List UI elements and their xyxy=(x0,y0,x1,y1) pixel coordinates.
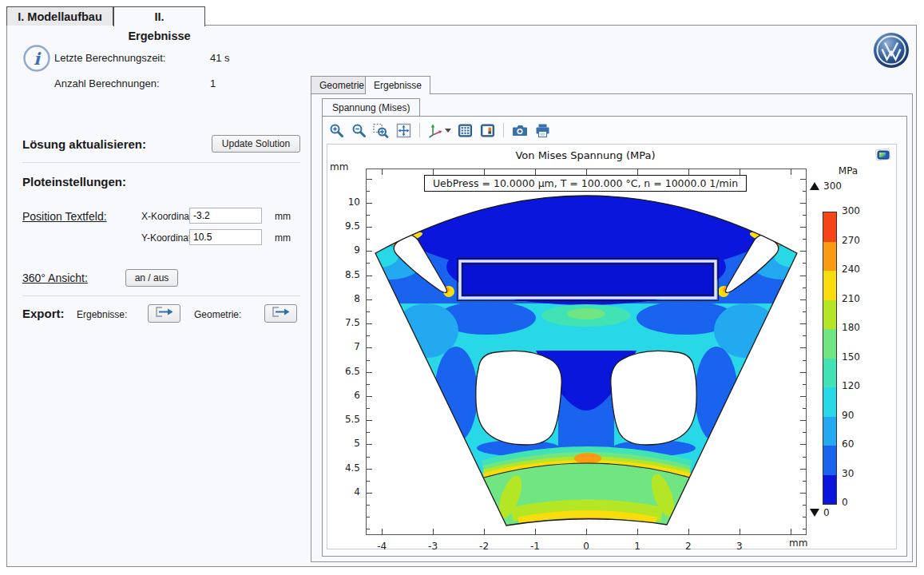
axis-tick xyxy=(433,529,434,534)
legend-tick-label: 270 xyxy=(842,235,874,246)
axis-tick xyxy=(367,191,370,192)
tab-modellaufbau[interactable]: I. Modellaufbau xyxy=(6,6,113,26)
axis-tick xyxy=(800,276,806,276)
view-360-label: 360° Ansicht: xyxy=(22,272,88,284)
legend-tick-label: 90 xyxy=(842,410,874,421)
axis-tick xyxy=(800,493,806,494)
last-computation-value: 41 s xyxy=(210,52,230,64)
tab-results[interactable]: Ergebnisse xyxy=(365,76,430,94)
axis-tick xyxy=(367,311,370,312)
axis-tick xyxy=(637,529,638,534)
axis-tick-label: 4.5 xyxy=(328,462,360,474)
axis-tick-label: -2 xyxy=(472,541,496,552)
plot-title: Von Mises Spannung (MPa) xyxy=(366,149,805,161)
y-axis-unit: mm xyxy=(330,161,348,172)
zoom-box-icon[interactable] xyxy=(372,121,390,139)
export-geometry-button[interactable] xyxy=(264,304,297,323)
axis-tick xyxy=(803,529,806,529)
axis-tick xyxy=(800,203,806,204)
axis-tick xyxy=(367,481,370,482)
print-icon[interactable] xyxy=(533,121,551,139)
axis-tick xyxy=(367,384,370,385)
axis-tick xyxy=(484,529,485,534)
axis-tick xyxy=(791,529,791,534)
legend-tick-label: 150 xyxy=(842,351,874,363)
last-computation-label: Letzte Berechnungszeit: xyxy=(54,52,165,64)
legend-color-segment xyxy=(823,359,836,388)
computation-count-value: 1 xyxy=(210,77,216,89)
zoom-out-icon[interactable] xyxy=(350,121,367,139)
dropdown-caret-icon[interactable] xyxy=(445,129,451,133)
axis-tick xyxy=(800,444,806,445)
axis-tick xyxy=(367,288,370,288)
axis-tick xyxy=(367,263,370,264)
axis-tick-label: 9 xyxy=(328,244,360,256)
axis-tick xyxy=(800,396,806,397)
info-icon: i xyxy=(22,44,51,76)
export-icon xyxy=(153,310,175,321)
axis-tick xyxy=(800,251,806,252)
axis-tick xyxy=(367,215,370,216)
axis-tick xyxy=(800,323,806,324)
axis-tick xyxy=(367,396,372,397)
axis-tick xyxy=(367,179,372,180)
axis-tick xyxy=(800,372,806,373)
export-results-button[interactable] xyxy=(148,304,180,323)
legend-toggle-icon[interactable] xyxy=(478,121,496,139)
axis-tick xyxy=(800,347,806,348)
axis-tick xyxy=(484,169,485,175)
x-coordinate-input[interactable] xyxy=(189,208,262,224)
legend-max-marker: 300 xyxy=(810,180,842,192)
axis-tick xyxy=(367,505,370,506)
axis-tick-label: -3 xyxy=(421,541,445,552)
axis-tick xyxy=(367,227,372,228)
graphics-canvas[interactable]: Von Mises Spannung (MPa) UebPress = 10.0… xyxy=(327,144,897,549)
axis-tick-label: 3 xyxy=(728,541,751,552)
axis-tick xyxy=(803,191,806,192)
axis-tick xyxy=(535,169,536,175)
axis-tick xyxy=(586,529,587,534)
axis-tick xyxy=(800,299,806,300)
export-results-label: Ergebnisse: xyxy=(77,309,127,320)
computation-count-label: Anzahl Berechnungen: xyxy=(54,77,160,89)
min-triangle-icon xyxy=(810,509,819,517)
axis-tick xyxy=(803,288,806,288)
legend-color-segment xyxy=(823,271,836,300)
axis-tick-label: 6 xyxy=(328,390,360,401)
legend-unit: MPa xyxy=(824,165,872,176)
legend-tick-label: 0 xyxy=(842,497,874,508)
export-heading: Export: xyxy=(22,307,65,320)
axis-tick xyxy=(803,215,806,216)
grid-toggle-icon[interactable] xyxy=(456,121,474,139)
update-solution-button[interactable]: Update Solution xyxy=(212,135,300,153)
tab-ergebnisse[interactable]: II. Ergebnisse xyxy=(113,6,205,26)
axis-tick xyxy=(367,251,372,252)
legend-color-segment xyxy=(823,300,836,330)
axis-tick xyxy=(740,529,740,534)
axis-tick-label: 10 xyxy=(328,196,360,208)
divider xyxy=(22,295,300,296)
zoom-in-icon[interactable] xyxy=(327,121,345,139)
axis-tick-label: 7 xyxy=(328,341,360,352)
legend-color-segment xyxy=(823,329,836,359)
axis-tick xyxy=(803,360,806,361)
vw-logo xyxy=(873,32,910,69)
snapshot-camera-icon[interactable] xyxy=(511,121,529,139)
axis-tick-label: -1 xyxy=(523,541,547,552)
tab-spannung-mises[interactable]: Spannung (Mises) xyxy=(322,98,420,116)
y-coordinate-input[interactable] xyxy=(189,229,262,245)
axis-tick xyxy=(800,179,806,180)
plot-group-icon[interactable] xyxy=(875,148,891,165)
axis-tick xyxy=(740,169,740,175)
axis-tick-label: 5.5 xyxy=(328,414,360,425)
axis-tick-label: 6.5 xyxy=(328,366,360,377)
axis-tick xyxy=(803,239,806,240)
zoom-extents-icon[interactable] xyxy=(395,121,412,139)
axis-tick xyxy=(367,420,372,421)
axis-tick xyxy=(367,335,370,336)
view-360-toggle-button[interactable]: an / aus xyxy=(125,269,178,287)
axis-tick xyxy=(367,323,372,324)
tab-geometrie[interactable]: Geometrie xyxy=(311,76,373,93)
axis-tick-label: 2 xyxy=(676,541,700,552)
axis-orientation-icon[interactable] xyxy=(427,121,451,139)
